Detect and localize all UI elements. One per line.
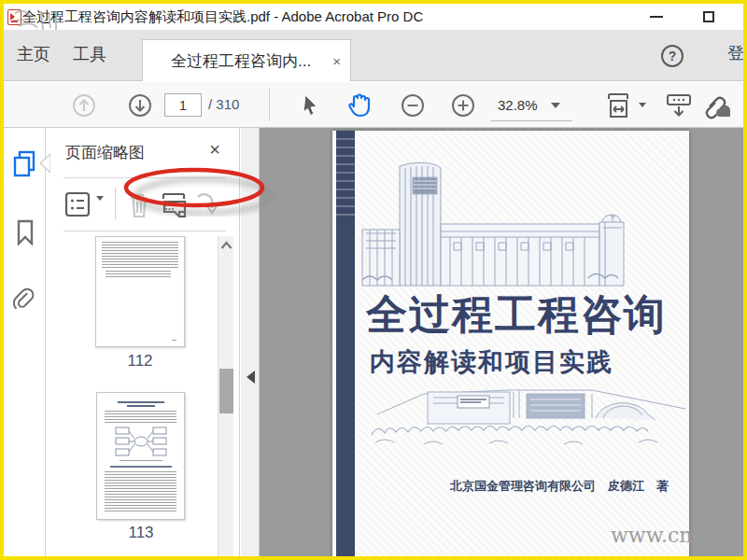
sidebar-item-attachments[interactable]	[10, 285, 40, 316]
window-title: 全过程工程咨询内容解读和项目实践.pdf - Adobe Acrobat Pro…	[22, 8, 423, 26]
collapse-toolbar-icon[interactable]	[663, 82, 695, 128]
acrobat-window: 全过程工程咨询内容解读和项目实践.pdf - Adobe Acrobat Pro…	[4, 4, 743, 556]
building-sketch-bottom	[368, 377, 689, 455]
screenshot-frame: 全过程工程咨询内容解读和项目实践.pdf - Adobe Acrobat Pro…	[0, 0, 747, 560]
zoom-level-value: 32.8%	[498, 97, 538, 113]
panel-scrollbar[interactable]	[218, 236, 233, 556]
thumbnail-label-113[interactable]: 113	[96, 524, 186, 542]
paperclip-icon	[13, 287, 37, 315]
title-bar: 全过程工程咨询内容解读和项目实践.pdf - Adobe Acrobat Pro…	[4, 4, 743, 30]
main-toolbar: / 310 32.8%	[4, 82, 743, 128]
cover-author: 北京国金管理咨询有限公司 皮德江 著	[332, 478, 669, 495]
rotate-pages-icon	[194, 191, 217, 223]
sidebar-item-bookmarks[interactable]	[10, 217, 40, 248]
minimize-button[interactable]	[641, 4, 672, 30]
panel-title: 页面缩略图	[65, 142, 145, 163]
cover-title: 全过程工程咨询	[366, 287, 684, 343]
maximize-button[interactable]	[693, 4, 725, 30]
page-thumbnails-icon	[12, 149, 38, 179]
pdf-page-cover: 全过程工程咨询 内容解读和项目实践	[332, 131, 689, 556]
tab-bar: 主页 工具 全过程工程咨询内... × ? 登录	[4, 30, 743, 81]
document-view[interactable]: 全过程工程咨询 内容解读和项目实践	[260, 128, 743, 556]
close-tab-icon[interactable]: ×	[332, 53, 341, 69]
page-thumbnails-panel: 页面缩略图 ×	[47, 128, 240, 556]
hand-tool-icon[interactable]	[345, 82, 374, 128]
help-icon[interactable]: ?	[661, 45, 684, 67]
building-sketch-top	[360, 157, 641, 289]
scroll-up-icon[interactable]	[220, 241, 233, 250]
zoom-out-icon[interactable]	[399, 82, 427, 128]
next-page-icon[interactable]	[126, 82, 154, 128]
fit-options-caret-icon[interactable]	[637, 82, 648, 128]
thumbnail-page-113[interactable]	[96, 392, 185, 520]
active-panel-notch	[39, 154, 50, 173]
login-link[interactable]: 登录	[727, 42, 743, 64]
zoom-level-dropdown[interactable]: 32.8%	[490, 90, 572, 121]
previous-page-icon	[70, 82, 98, 128]
scrollbar-thumb[interactable]	[219, 369, 233, 413]
tab-home[interactable]: 主页	[17, 43, 50, 65]
resize-pages-icon[interactable]	[160, 191, 190, 223]
panel-resize-divider[interactable]	[241, 128, 260, 556]
thumbnail-diagram	[114, 426, 168, 457]
share-link-icon[interactable]	[695, 82, 732, 128]
collapse-panel-icon[interactable]	[247, 371, 255, 384]
bookmark-icon	[15, 219, 35, 245]
site-watermark: www.cnda	[611, 524, 718, 547]
select-tool-icon[interactable]	[297, 82, 325, 128]
tab-document[interactable]: 全过程工程咨询内... ×	[142, 39, 351, 81]
content-area: 页面缩略图 ×	[4, 128, 743, 556]
panel-header: 页面缩略图 ×	[47, 128, 239, 177]
navigation-sidebar	[4, 128, 46, 556]
cover-subtitle: 内容解读和项目实践	[370, 345, 613, 379]
tab-tools[interactable]: 工具	[73, 43, 106, 65]
page-number-input[interactable]	[164, 93, 202, 117]
page-total-label: / 310	[208, 96, 239, 112]
thumbnail-label-112[interactable]: 112	[95, 352, 185, 371]
thumbnail-page-112[interactable]	[95, 236, 185, 347]
fit-width-icon[interactable]	[603, 82, 637, 128]
thumbnail-options-caret-icon[interactable]	[96, 201, 104, 217]
sidebar-item-page-thumbnails[interactable]	[10, 148, 40, 180]
tab-document-label: 全过程工程咨询内...	[171, 50, 325, 72]
delete-pages-icon	[127, 191, 151, 223]
zoom-in-icon[interactable]	[449, 82, 477, 128]
panel-toolbar	[47, 178, 239, 231]
thumbnail-options-icon[interactable]	[64, 191, 91, 221]
toolbar-separator	[269, 88, 270, 121]
panel-close-icon[interactable]: ×	[209, 139, 220, 161]
chevron-down-icon	[551, 103, 560, 108]
